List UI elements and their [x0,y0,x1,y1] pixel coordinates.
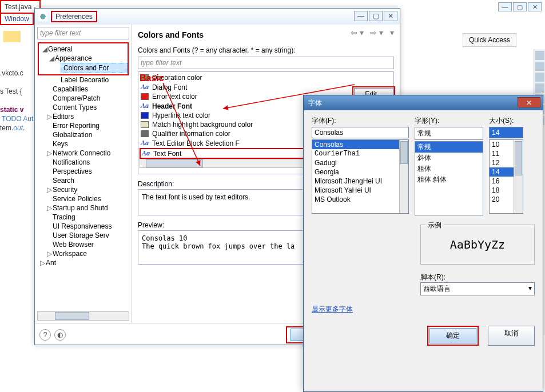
sample-text: AaBbYyZz [427,238,528,251]
tree-item[interactable]: UI Responsiveness [38,222,129,231]
tree-item[interactable]: Compare/Patch [38,94,129,103]
font-option[interactable]: Microsoft JhengHei UI [312,177,408,186]
tree-filter[interactable]: type filter text [37,27,129,39]
style-list[interactable]: 常规斜体粗体粗体 斜体 [415,141,483,215]
hint-label: Colors and Fonts (? = any character, * =… [138,46,394,54]
font-dialog: 字体 ✕ 字体(F): Consolas ConsolasCourierThai… [303,95,543,392]
tree-item[interactable]: Notifications [38,158,129,167]
size-list[interactable]: 10111214161820 [489,139,523,214]
font-option[interactable]: Gadugi [312,158,408,167]
pref-max[interactable]: ▢ [369,11,383,21]
tree-item[interactable]: ▷Workspace [38,249,129,258]
style-input[interactable]: 常规 [415,127,483,140]
cf-item[interactable]: Decoration color [140,73,392,82]
font-option[interactable]: CourierThai [312,149,408,158]
font-label: 字体(F): [312,116,409,126]
source-code: .vkcto.c s Test { static v TODO Aut tem.… [0,69,33,133]
tree-item[interactable]: Perspectives [38,167,129,176]
style-label: 字形(Y): [415,116,483,126]
help-icon[interactable]: ? [39,329,51,341]
preferences-tree[interactable]: ◢General ◢Appearance Colors and For Labe… [37,42,129,309]
font-input[interactable]: Consolas [312,127,409,138]
tree-item[interactable]: User Storage Serv [38,231,129,240]
chevron-down-icon: ▾ [528,284,532,294]
tree-item-colors-fonts[interactable]: Colors and For [61,63,128,73]
tree-item[interactable]: Content Types [38,103,129,112]
tree-item[interactable]: ▷Security [38,185,129,194]
tree-item[interactable]: ▷Editors [38,112,129,121]
style-option[interactable]: 粗体 [415,163,483,174]
tree-hscroll[interactable] [37,311,129,321]
tree-item[interactable]: ▷Network Connectio [38,149,129,158]
font-option[interactable]: Georgia [312,167,408,177]
tree-item[interactable]: Tracing [38,213,129,222]
font-list[interactable]: ConsolasCourierThaiGadugiGeorgiaMicrosof… [312,139,409,214]
nav-arrows[interactable]: ⇦ ▾ ⇨ ▾ ▾ [351,28,394,37]
script-label: 脚本(R): [420,273,535,282]
tree-item[interactable]: Service Policies [38,194,129,203]
quick-access[interactable]: Quick Access [463,33,516,47]
bg-close[interactable]: ✕ [528,2,542,11]
preferences-title: Preferences [51,11,97,22]
font-dialog-close[interactable]: ✕ [518,97,540,107]
sample-box: 示例 AaBbYyZz [420,225,535,265]
tree-item[interactable]: Label Decoratio [38,75,129,85]
style-option[interactable]: 粗体 斜体 [415,174,483,185]
tree-item[interactable]: Web Browser [38,240,129,249]
bg-max[interactable]: ▢ [513,2,527,11]
font-option[interactable]: Microsoft YaHei UI [312,186,408,195]
gear-icon [38,12,47,21]
menu-window[interactable]: Window [0,13,34,25]
toolbar-icon[interactable] [3,31,21,42]
annotation-basic: Basic [140,73,164,83]
font-cancel-button[interactable]: 取消 [488,326,535,346]
style-option[interactable]: 斜体 [415,153,483,163]
font-option[interactable]: Consolas [312,140,408,149]
size-label: 大小(S): [489,116,523,126]
tree-item[interactable]: Keys [38,139,129,149]
font-option[interactable]: MS Outlook [312,195,408,204]
style-option[interactable]: 常规 [415,142,483,153]
tree-item[interactable]: ▷Startup and Shutd [38,203,129,213]
font-dialog-title: 字体 ✕ [304,95,543,110]
tree-item[interactable]: Globalization [38,130,129,139]
pref-close[interactable]: ✕ [384,11,397,21]
script-select[interactable]: 西欧语言▾ [420,282,535,295]
progress-icon[interactable]: ◐ [54,329,66,341]
preferences-titlebar: Preferences — ▢ ✕ [35,9,400,25]
more-fonts-link[interactable]: 显示更多字体 [312,305,353,314]
tree-item[interactable]: Search [38,176,129,185]
cf-filter[interactable]: type filter text [138,57,394,69]
bg-min[interactable]: — [498,2,512,11]
size-input[interactable]: 14 [489,127,523,138]
pref-min[interactable]: — [354,11,368,21]
tree-item[interactable]: Error Reporting [38,121,129,130]
tree-item[interactable]: Capabilities [38,85,129,94]
font-ok-button[interactable]: 确定 [429,328,476,343]
